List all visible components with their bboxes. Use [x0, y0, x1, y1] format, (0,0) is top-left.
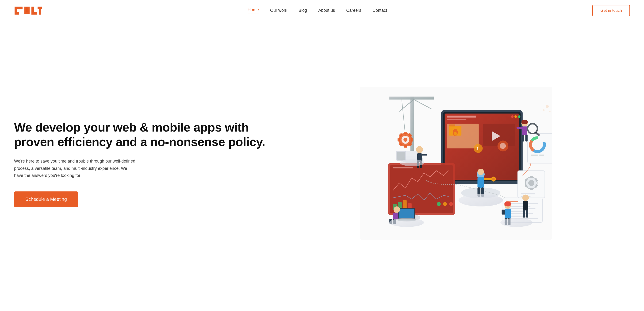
nav-blog[interactable]: Blog — [298, 8, 307, 13]
hero-headline: We develop your web & mobile apps with p… — [14, 120, 273, 149]
nav-contact[interactable]: Contact — [372, 8, 387, 13]
svg-point-108 — [504, 202, 511, 206]
svg-rect-1 — [14, 7, 22, 10]
svg-rect-25 — [398, 138, 400, 142]
svg-rect-5 — [27, 7, 30, 13]
nav-our-work[interactable]: Our work — [270, 8, 287, 13]
svg-rect-109 — [504, 209, 511, 218]
svg-rect-121 — [525, 135, 527, 141]
svg-rect-116 — [526, 210, 528, 218]
svg-rect-52 — [393, 167, 413, 168]
svg-rect-90 — [422, 154, 427, 156]
svg-rect-65 — [539, 155, 544, 156]
svg-point-37 — [514, 115, 517, 118]
nav-careers[interactable]: Careers — [346, 8, 361, 13]
svg-point-18 — [404, 138, 408, 142]
logo[interactable] — [14, 5, 42, 17]
get-in-touch-button[interactable]: Get in touch — [592, 5, 630, 16]
logo-icon — [14, 5, 42, 17]
svg-point-47 — [500, 143, 506, 149]
svg-point-131 — [546, 105, 549, 108]
svg-point-57 — [437, 202, 441, 206]
svg-rect-122 — [516, 127, 522, 129]
svg-point-130 — [400, 159, 424, 166]
svg-rect-12 — [389, 97, 434, 100]
svg-rect-69 — [530, 176, 533, 178]
svg-rect-112 — [502, 210, 505, 215]
svg-point-129 — [500, 218, 532, 227]
svg-rect-104 — [393, 213, 398, 219]
svg-rect-115 — [523, 210, 525, 218]
hero-subtext: We're here to save you time and trouble … — [14, 158, 136, 179]
hero-section: We develop your web & mobile apps with p… — [0, 21, 644, 311]
svg-point-113 — [522, 195, 529, 201]
svg-point-86 — [416, 146, 423, 153]
hero-content: We develop your web & mobile apps with p… — [14, 120, 273, 207]
svg-point-98 — [492, 178, 495, 180]
svg-rect-28 — [406, 151, 419, 159]
svg-rect-72 — [530, 188, 533, 190]
svg-rect-119 — [522, 126, 527, 135]
svg-rect-101 — [399, 209, 414, 218]
svg-rect-114 — [523, 201, 528, 210]
svg-point-59 — [449, 202, 453, 206]
svg-point-103 — [394, 206, 400, 213]
svg-point-128 — [389, 218, 424, 227]
svg-point-133 — [549, 111, 550, 112]
site-header: Home Our work Blog About us Careers Cont… — [0, 0, 644, 21]
svg-rect-21 — [411, 138, 414, 142]
hero-illustration-svg: $ — [360, 87, 552, 240]
hero-illustration: $ — [282, 87, 630, 241]
main-nav: Home Our work Blog About us Careers Cont… — [248, 8, 387, 14]
illustration-container: $ — [360, 87, 552, 241]
svg-rect-41 — [449, 125, 455, 126]
svg-rect-9 — [39, 7, 40, 15]
svg-point-38 — [518, 115, 520, 118]
nav-home[interactable]: Home — [248, 8, 259, 14]
svg-rect-118 — [522, 120, 528, 124]
schedule-meeting-button[interactable]: Schedule a Meeting — [14, 191, 78, 207]
svg-rect-19 — [404, 132, 407, 134]
svg-text:$: $ — [476, 147, 478, 151]
svg-rect-23 — [404, 145, 407, 148]
svg-point-43 — [454, 132, 457, 136]
svg-rect-120 — [522, 135, 524, 141]
nav-about-us[interactable]: About us — [318, 8, 335, 13]
svg-point-68 — [528, 180, 534, 186]
svg-rect-126 — [397, 152, 405, 160]
svg-rect-93 — [477, 177, 484, 188]
svg-rect-7 — [32, 12, 36, 15]
svg-rect-2 — [14, 12, 19, 15]
svg-point-92 — [477, 169, 484, 175]
svg-rect-35 — [446, 119, 466, 120]
svg-point-36 — [511, 115, 514, 118]
svg-rect-64 — [531, 155, 538, 156]
svg-point-58 — [443, 202, 447, 206]
svg-rect-75 — [520, 193, 535, 194]
svg-point-132 — [542, 109, 544, 111]
svg-rect-34 — [446, 116, 476, 117]
svg-point-127 — [458, 194, 503, 206]
